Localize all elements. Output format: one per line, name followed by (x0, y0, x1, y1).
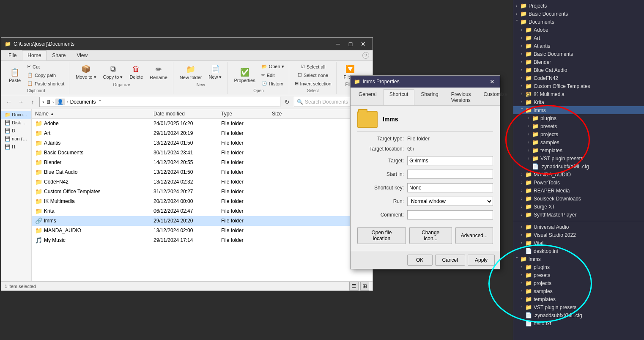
tree-item-synthmaster[interactable]: › 📁 SynthMasterPlayer (513, 211, 644, 219)
open-button[interactable]: 📂 Open ▾ (259, 63, 286, 71)
change-icon-button[interactable]: Change Icon... (409, 227, 452, 244)
minimize-button[interactable]: ─ (332, 40, 344, 48)
tree-item-vital[interactable]: › 📁 Vital (513, 239, 644, 247)
table-row[interactable]: 📁Basic Documents 30/11/2024 23:41 File f… (32, 148, 373, 158)
tab-security[interactable]: Security (514, 89, 545, 105)
tree-item-lmms2-vst[interactable]: › 📁 VST plugin presets (513, 303, 644, 311)
tree-item-lmms-projects[interactable]: › 📁 projects (513, 130, 644, 138)
table-row[interactable]: 📁Art 29/11/2024 20:19 File folder (32, 129, 373, 138)
up-button[interactable]: ↑ (27, 97, 38, 107)
properties-button[interactable]: ✅ Properties (231, 66, 258, 85)
rename-button[interactable]: ✏ Rename (147, 63, 170, 82)
help-button[interactable]: ? (359, 50, 373, 60)
tree-item-lmms-plugins[interactable]: › 📁 plugins (513, 114, 644, 122)
tree-item-lmms2-projects[interactable]: › 📁 projects (513, 279, 644, 287)
tab-shortcut[interactable]: Shortcut (383, 89, 415, 105)
copy-path-button[interactable]: 📋 Copy path (25, 71, 66, 79)
tree-item-lmms-presets[interactable]: › 📁 presets (513, 122, 644, 130)
delete-button[interactable]: 🗑 Delete (126, 63, 146, 81)
close-button[interactable]: ✕ (357, 40, 369, 48)
sidebar-item-drive-d[interactable]: 💾 D: (1, 127, 31, 135)
tree-item-adobe[interactable]: › 📁 Adobe (513, 26, 644, 34)
tree-item-lmms-root[interactable]: ˅ 📁 lmms (513, 255, 644, 263)
list-view-button[interactable]: ☰ (349, 282, 359, 291)
table-row[interactable]: 📁MANDA_AUDIO 13/12/2024 02:00 File folde… (32, 226, 373, 236)
tree-item-lmms2-templates[interactable]: › 📁 templates (513, 295, 644, 303)
tree-item-blue-cat[interactable]: › 📁 Blue Cat Audio (513, 66, 644, 74)
address-path[interactable]: › 🖥 › 👤 › Documents ˅ (39, 97, 280, 107)
history-button[interactable]: 🕒 History (259, 80, 286, 88)
col-header-name[interactable]: Name ▲ (32, 111, 150, 117)
tab-home[interactable]: Home (22, 50, 47, 60)
details-view-button[interactable]: ⊞ (360, 282, 369, 291)
apply-button[interactable]: Apply (468, 255, 495, 266)
open-file-location-button[interactable]: Open file location (357, 227, 406, 244)
tree-item-projects[interactable]: › 📁 Projects (513, 2, 644, 10)
tree-item-atlantis[interactable]: › 📁 Atlantis (513, 42, 644, 50)
sidebar-item-drive-g[interactable]: 💾 non (G:) (1, 135, 31, 143)
dialog-input-target[interactable] (407, 156, 493, 165)
dialog-input-shortcut-key[interactable] (407, 183, 493, 192)
select-all-button[interactable]: ☑ Select all (299, 63, 328, 71)
table-row[interactable]: 📁Adobe 24/01/2025 16:20 File folder (32, 119, 373, 129)
tab-customize[interactable]: Customize (477, 89, 514, 105)
sidebar-item-drive-c[interactable]: 💾 Disk (C:) (1, 119, 31, 127)
cut-button[interactable]: ✂ Cut (25, 63, 66, 71)
copy-to-button[interactable]: ⧉ Copy to ▾ (100, 63, 126, 82)
dialog-input-comment[interactable] (407, 210, 493, 219)
tree-item-lmms-templates[interactable]: › 📁 templates (513, 146, 644, 154)
tree-item-lmms2-presets[interactable]: › 📁 presets (513, 271, 644, 279)
table-row[interactable]: 🎵My Music 29/11/2024 17:14 File folder (32, 236, 373, 245)
dialog-input-start-in[interactable] (407, 170, 493, 179)
col-header-date[interactable]: Date modified (150, 111, 218, 117)
col-header-type[interactable]: Type (218, 111, 269, 117)
tree-item-basic-documents[interactable]: › 📁 Basic Documents (513, 10, 644, 18)
tree-item-lmms-samples[interactable]: › 📁 samples (513, 138, 644, 146)
forward-button[interactable]: → (16, 97, 26, 107)
tree-item-universal[interactable]: › 📁 Universal Audio (513, 223, 644, 231)
sidebar-item-documents[interactable]: 📁 Documents (1, 111, 31, 119)
tree-item-art[interactable]: › 📁 Art (513, 34, 644, 42)
table-row[interactable]: 📁Atlantis 13/12/2024 01:50 File folder (32, 138, 373, 148)
tab-general[interactable]: General (352, 89, 383, 105)
tree-item-surge[interactable]: › 📁 Surge XT (513, 203, 644, 211)
new-folder-button[interactable]: 📁 New folder (177, 63, 205, 82)
cancel-button[interactable]: Cancel (435, 255, 465, 266)
tab-view[interactable]: View (71, 50, 93, 60)
tree-item-hello-txt[interactable]: 📄 hello.txt (513, 319, 644, 327)
tree-item-desktop-ini[interactable]: 📄 desktop.ini (513, 247, 644, 255)
tab-share[interactable]: Share (47, 50, 71, 60)
tree-item-lmms2-samples[interactable]: › 📁 samples (513, 287, 644, 295)
tree-item-soulseek[interactable]: › 📁 Soulseek Downloads (513, 195, 644, 203)
tree-item-documents[interactable]: ˅ 📁 Documents (513, 18, 644, 26)
table-row-lmms[interactable]: 🔗lmms 29/11/2024 20:20 File folder (32, 216, 373, 226)
back-button[interactable]: ← (4, 97, 14, 107)
tab-previous-versions[interactable]: Previous Versions (445, 89, 477, 105)
table-row[interactable]: 📁Blue Cat Audio 13/12/2024 01:50 File fo… (32, 167, 373, 177)
advanced-button[interactable]: Advanced... (455, 227, 493, 244)
edit-button[interactable]: ✏ Edit (259, 71, 286, 79)
invert-selection-button[interactable]: ⊟ Invert selection (293, 80, 334, 88)
refresh-button[interactable]: ↻ (282, 97, 292, 107)
tree-item-codefn42[interactable]: › 📁 CodeFN42 (513, 74, 644, 82)
tree-item-blender[interactable]: › 📁 Blender (513, 58, 644, 66)
tree-item-lmms-cfg[interactable]: 📄 .zynaddsubfxXML.cfg (513, 162, 644, 170)
table-row[interactable]: 📁Krita 06/12/2024 02:47 File folder (32, 206, 373, 216)
tree-item-lmms-docs[interactable]: ˅ 📁 lmms (513, 106, 644, 114)
tree-item-manda-audio[interactable]: › 📁 MANDA_AUDIO (513, 170, 644, 178)
select-none-button[interactable]: ☐ Select none (296, 71, 330, 79)
tree-item-reaper[interactable]: › 📁 REAPER Media (513, 186, 644, 195)
tree-item-lmms-vst[interactable]: › 📁 VST plugin presets (513, 154, 644, 162)
tree-item-lmms2-cfg[interactable]: 📄 .zynaddsubfxXML.cfg (513, 311, 644, 319)
table-row[interactable]: 📁Custom Office Templates 31/12/2024 20:2… (32, 187, 373, 197)
paste-button[interactable]: 📋 Paste (5, 66, 24, 85)
col-header-size[interactable]: Size (269, 111, 302, 117)
tree-item-lmms2-plugins[interactable]: › 📁 plugins (513, 263, 644, 271)
ok-button[interactable]: OK (407, 255, 433, 266)
tree-item-powertools[interactable]: › 📁 PowerTools (513, 178, 644, 186)
tab-file[interactable]: File (3, 50, 22, 60)
dialog-close-button[interactable]: ✕ (488, 78, 496, 85)
tab-sharing[interactable]: Sharing (414, 89, 444, 105)
paste-shortcut-button[interactable]: 📋 Paste shortcut (25, 80, 66, 88)
table-row[interactable]: 📁IK Multimedia 20/12/2024 00:00 File fol… (32, 197, 373, 206)
